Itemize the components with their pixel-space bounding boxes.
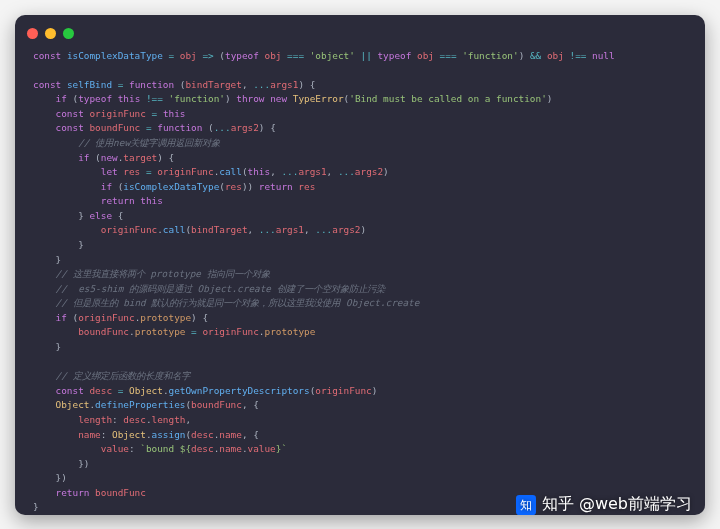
minimize-icon[interactable] xyxy=(45,28,56,39)
code-window: const isComplexDataType = obj => (typeof… xyxy=(15,15,705,515)
svg-text:知: 知 xyxy=(520,498,532,511)
maximize-icon[interactable] xyxy=(63,28,74,39)
watermark: 知 知乎 @web前端学习 xyxy=(516,494,692,515)
window-titlebar xyxy=(15,15,705,45)
code-area: const isComplexDataType = obj => (typeof… xyxy=(15,45,705,515)
close-icon[interactable] xyxy=(27,28,38,39)
watermark-text: 知乎 @web前端学习 xyxy=(542,494,692,515)
zhihu-icon: 知 xyxy=(516,495,536,515)
